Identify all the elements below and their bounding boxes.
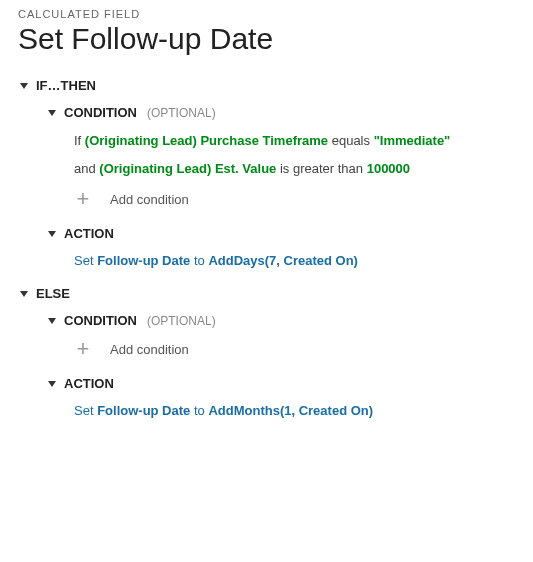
else-label: ELSE: [36, 286, 70, 301]
chevron-down-icon: [46, 228, 58, 240]
page-subtitle: CALCULATED FIELD: [18, 8, 515, 20]
action-func: AddMonths(1, Created On): [208, 403, 373, 418]
condition-op: is greater than: [280, 161, 363, 176]
ifthen-label: IF…THEN: [36, 78, 96, 93]
ifthen-condition-header[interactable]: CONDITION (OPTIONAL): [46, 105, 515, 120]
condition-field: (Originating Lead) Purchase Timeframe: [85, 133, 328, 148]
action-func: AddDays(7, Created On): [208, 253, 358, 268]
condition-row[interactable]: If (Originating Lead) Purchase Timeframe…: [74, 132, 515, 150]
chevron-down-icon: [18, 288, 30, 300]
condition-row[interactable]: and (Originating Lead) Est. Value is gre…: [74, 160, 515, 178]
page-title: Set Follow-up Date: [18, 22, 515, 56]
plus-icon: +: [74, 190, 92, 208]
optional-label: (OPTIONAL): [147, 314, 216, 328]
chevron-down-icon: [46, 378, 58, 390]
chevron-down-icon: [46, 315, 58, 327]
plus-icon: +: [74, 340, 92, 358]
ifthen-header[interactable]: IF…THEN: [18, 78, 515, 93]
condition-value: 100000: [367, 161, 410, 176]
else-action-header[interactable]: ACTION: [46, 376, 515, 391]
action-prefix: Set: [74, 403, 94, 418]
condition-label: CONDITION: [64, 105, 137, 120]
condition-field: (Originating Lead) Est. Value: [99, 161, 276, 176]
add-condition-label: Add condition: [110, 192, 189, 207]
action-label: ACTION: [64, 376, 114, 391]
condition-prefix: If: [74, 133, 81, 148]
condition-label: CONDITION: [64, 313, 137, 328]
action-row[interactable]: Set Follow-up Date to AddMonths(1, Creat…: [74, 403, 515, 418]
chevron-down-icon: [46, 107, 58, 119]
action-row[interactable]: Set Follow-up Date to AddDays(7, Created…: [74, 253, 515, 268]
chevron-down-icon: [18, 80, 30, 92]
action-label: ACTION: [64, 226, 114, 241]
condition-prefix: and: [74, 161, 96, 176]
condition-op: equals: [332, 133, 370, 148]
action-prefix: Set: [74, 253, 94, 268]
add-condition-label: Add condition: [110, 342, 189, 357]
else-condition-header[interactable]: CONDITION (OPTIONAL): [46, 313, 515, 328]
action-field: Follow-up Date: [97, 403, 190, 418]
optional-label: (OPTIONAL): [147, 106, 216, 120]
condition-value: "Immediate": [374, 133, 451, 148]
action-mid: to: [194, 403, 205, 418]
add-condition-button[interactable]: + Add condition: [74, 340, 515, 358]
action-mid: to: [194, 253, 205, 268]
ifthen-action-header[interactable]: ACTION: [46, 226, 515, 241]
action-field: Follow-up Date: [97, 253, 190, 268]
else-header[interactable]: ELSE: [18, 286, 515, 301]
add-condition-button[interactable]: + Add condition: [74, 190, 515, 208]
